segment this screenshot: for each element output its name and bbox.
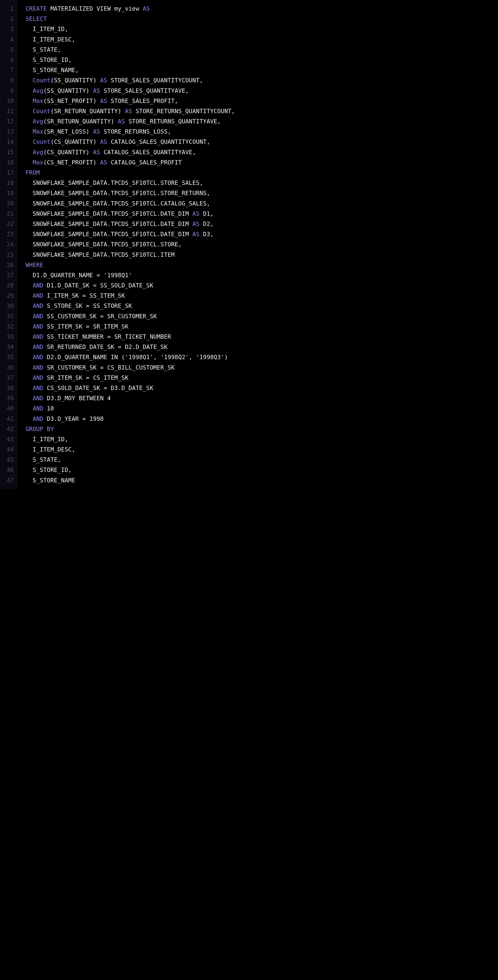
token-txt: S_STORE_NAME, [25,67,79,73]
token-txt: CS_SOLD_DATE_SK = D3.D_DATE_SK [43,385,153,391]
line-number: 46 [0,465,14,475]
token-txt [25,302,33,309]
token-kw: AND [33,354,43,361]
token-kw: AS [100,138,107,145]
line-number: 44 [0,444,14,455]
token-fn: Avg [33,87,43,94]
code-line: SNOWFLAKE_SAMPLE_DATA.TPCDS_SF10TCL.DATE… [25,229,498,239]
code-line: Max(SS_NET_PROFIT) AS STORE_SALES_PROFIT… [25,96,498,106]
token-txt: S_STORE_SK = SS_STORE_SK [43,302,132,309]
code-content: CREATE MATERIALIZED VIEW my_view ASSELEC… [18,0,498,489]
code-line: AND S_STORE_SK = SS_STORE_SK [25,301,498,311]
line-number: 32 [0,321,14,332]
token-txt: S_STATE, [25,46,61,53]
token-kw: AND [33,415,43,422]
token-kw: GROUP BY [25,426,54,433]
line-number: 28 [0,280,14,291]
token-txt: (CS_QUANTITY) [43,149,93,156]
token-fn: Max [33,159,43,166]
code-line: I_ITEM_DESC, [25,444,498,455]
code-line: FROM [25,168,498,178]
code-line: I_ITEM_ID, [25,434,498,444]
line-number: 12 [0,116,14,127]
token-txt: SNOWFLAKE_SAMPLE_DATA.TPCDS_SF10TCL.STOR… [25,241,182,248]
token-kw: AND [33,313,43,320]
code-line: SNOWFLAKE_SAMPLE_DATA.TPCDS_SF10TCL.ITEM [25,250,498,260]
token-txt [25,282,33,289]
token-kw: SELECT [25,15,47,22]
token-txt [25,149,33,156]
code-line: S_STORE_NAME [25,475,498,485]
token-kw: AS [100,77,107,84]
token-txt: SNOWFLAKE_SAMPLE_DATA.TPCDS_SF10TCL.STOR… [25,180,203,186]
token-txt: SNOWFLAKE_SAMPLE_DATA.TPCDS_SF10TCL.DATE… [25,220,193,228]
line-number: 41 [0,414,14,424]
code-line: Max(SR_NET_LOSS) AS STORE_RETURNS_LOSS, [25,127,498,137]
code-line: Count(SR_RETURN_QUANTITY) AS STORE_RETUR… [25,106,498,116]
line-number: 42 [0,424,14,434]
token-txt: (SR_NET_LOSS) [43,128,93,135]
code-line: S_STORE_ID, [25,465,498,475]
token-txt: D2.D_QUARTER_NAME IN ('1998Q1', '1998Q2'… [43,354,228,361]
token-kw: AS [193,220,199,228]
token-kw: AND [33,395,43,402]
token-kw: AND [33,364,43,371]
code-line: S_STATE, [25,45,498,55]
token-txt: (CS_NET_PROFIT) [43,159,100,166]
code-line: AND SS_ITEM_SK = SR_ITEM_SK [25,321,498,332]
code-line: Avg(SR_RETURN_QUANTITY) AS STORE_RETURNS… [25,116,498,127]
code-line: SNOWFLAKE_SAMPLE_DATA.TPCDS_SF10TCL.STOR… [25,239,498,250]
token-fn: Count [33,138,50,145]
token-txt: STORE_SALES_PROFIT, [107,97,178,104]
code-line: Avg(SS_QUANTITY) AS STORE_SALES_QUANTITY… [25,86,498,96]
line-number: 16 [0,158,14,168]
line-number: 37 [0,373,14,383]
line-number: 39 [0,393,14,403]
line-number: 30 [0,301,14,311]
line-number: 11 [0,106,14,116]
token-kw: FROM [25,169,40,176]
code-line: I_ITEM_DESC, [25,34,498,45]
token-kw: AS [100,159,107,166]
line-number: 15 [0,147,14,158]
token-txt: SNOWFLAKE_SAMPLE_DATA.TPCDS_SF10TCL.STOR… [25,189,210,196]
token-kw: AND [33,344,43,350]
token-txt: STORE_RETURNS_LOSS, [100,128,171,135]
token-txt: (SR_RETURN_QUANTITY) [43,118,118,125]
token-kw: AND [33,292,43,299]
line-number: 2 [0,14,14,24]
token-txt: (CS_QUANTITY) [50,138,100,145]
line-number: 36 [0,363,14,373]
line-number: 47 [0,475,14,485]
code-line: D1.D_QUARTER_NAME = '1998Q1' [25,270,498,280]
token-txt: S_STORE_ID, [25,466,72,473]
token-kw: AS [193,210,199,217]
token-txt: SR_ITEM_SK = CS_ITEM_SK [43,374,128,381]
token-fn: Max [33,97,43,104]
token-txt: STORE_RETURNS_QUANTITYCOUNT, [132,108,235,115]
token-txt: SR_CUSTOMER_SK = CS_BILL_CUSTOMER_SK [43,364,175,371]
line-number-gutter: 1234567891011121314151617181920212223242… [0,0,18,489]
line-number: 9 [0,86,14,96]
code-line: S_STORE_NAME, [25,65,498,75]
code-line: SNOWFLAKE_SAMPLE_DATA.TPCDS_SF10TCL.STOR… [25,188,498,198]
line-number: 20 [0,199,14,208]
token-txt [25,333,33,340]
line-number: 40 [0,403,14,414]
line-number: 7 [0,65,14,75]
token-txt: D3.D_YEAR = 1998 [43,415,103,422]
line-number: 18 [0,178,14,188]
token-fn: Count [33,77,50,84]
line-number: 43 [0,434,14,444]
token-txt: D3.D_MOY BETWEEN 4 [43,395,111,402]
token-txt: (SS_QUANTITY) [43,87,93,94]
line-number: 25 [0,250,14,260]
token-txt: SS_CUSTOMER_SK = SR_CUSTOMER_SK [43,313,157,320]
token-kw: WHERE [25,261,43,268]
token-txt: STORE_SALES_QUANTITYCOUNT, [107,77,203,84]
token-fn: Avg [33,149,43,156]
token-kw: AND [33,302,43,309]
token-txt [25,128,33,135]
code-line: S_STATE, [25,455,498,465]
code-line: AND D3.D_MOY BETWEEN 4 [25,393,498,403]
